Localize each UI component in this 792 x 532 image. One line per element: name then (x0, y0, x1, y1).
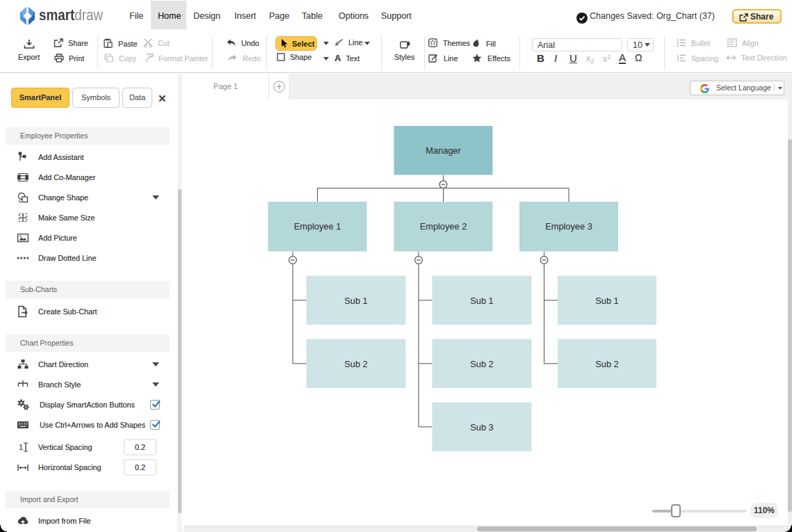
svg-text:Sub 2: Sub 2 (470, 359, 493, 369)
svg-text:Sub 1: Sub 1 (595, 296, 618, 306)
svg-text:Sub 1: Sub 1 (344, 296, 367, 306)
svg-text:Employee 2: Employee 2 (420, 221, 467, 232)
svg-text:1: 1 (19, 442, 23, 451)
svg-text:Sub 3: Sub 3 (470, 422, 493, 433)
svg-text:Sub 2: Sub 2 (595, 359, 618, 369)
svg-text:Sub 2: Sub 2 (344, 359, 367, 369)
svg-text:Manager: Manager (426, 145, 461, 156)
svg-text:Employee 1: Employee 1 (294, 221, 341, 232)
svg-text:Sub 1: Sub 1 (470, 296, 493, 306)
svg-text:Employee 3: Employee 3 (545, 221, 592, 232)
